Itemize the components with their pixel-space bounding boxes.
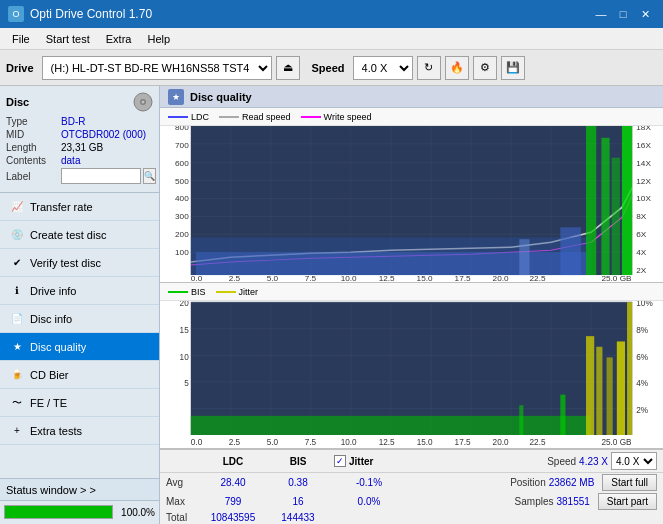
svg-text:600: 600: [175, 159, 189, 168]
svg-text:6%: 6%: [636, 352, 648, 362]
sidebar: Disc Type BD-R MID OTCBDR002 (000) Lengt…: [0, 86, 160, 524]
speed-header-value: 4.23 X: [579, 456, 608, 467]
svg-text:300: 300: [175, 213, 189, 222]
samples-value: 381551: [556, 496, 589, 507]
svg-text:12.5: 12.5: [379, 274, 395, 282]
avg-label: Avg: [166, 477, 198, 488]
fe-te-label: FE / TE: [30, 397, 67, 409]
drive-label: Drive: [6, 62, 34, 74]
speed-header-row: Speed 4.23 X 4.0 X: [547, 452, 657, 470]
svg-text:5: 5: [184, 378, 189, 388]
menu-help[interactable]: Help: [139, 31, 178, 47]
close-button[interactable]: ✕: [635, 4, 655, 24]
sidebar-item-fe-te[interactable]: 〜 FE / TE: [0, 389, 159, 417]
samples-label: Samples: [515, 496, 554, 507]
menu-extra[interactable]: Extra: [98, 31, 140, 47]
speed-stats-select[interactable]: 4.0 X: [611, 452, 657, 470]
svg-rect-24: [601, 138, 609, 275]
disc-title: Disc: [6, 96, 29, 108]
drive-info-icon: ℹ: [10, 284, 24, 298]
ldc-label: LDC: [191, 112, 209, 122]
refresh-button[interactable]: ↻: [417, 56, 441, 80]
length-label: Length: [6, 142, 61, 153]
svg-text:20.0: 20.0: [493, 274, 509, 282]
disc-section: Disc Type BD-R MID OTCBDR002 (000) Lengt…: [0, 86, 159, 193]
sidebar-item-disc-info[interactable]: 📄 Disc info: [0, 305, 159, 333]
read-speed-color: [219, 116, 239, 118]
maximize-button[interactable]: □: [613, 4, 633, 24]
drive-select[interactable]: (H:) HL-DT-ST BD-RE WH16NS58 TST4: [42, 56, 272, 80]
svg-text:25.0 GB: 25.0 GB: [601, 437, 632, 447]
status-window-button[interactable]: Status window > >: [0, 479, 159, 501]
sidebar-item-transfer-rate[interactable]: 📈 Transfer rate: [0, 193, 159, 221]
window-controls: — □ ✕: [591, 4, 655, 24]
svg-text:5.0: 5.0: [267, 437, 279, 447]
stats-total-row: Total 10843595 144433: [160, 511, 663, 524]
sidebar-item-drive-info[interactable]: ℹ Drive info: [0, 277, 159, 305]
ldc-col-header: LDC: [198, 456, 268, 467]
start-part-button[interactable]: Start part: [598, 493, 657, 510]
save-button[interactable]: 💾: [501, 56, 525, 80]
disc-info-label: Disc info: [30, 313, 72, 325]
sidebar-item-cd-bier[interactable]: 🍺 CD Bier: [0, 361, 159, 389]
write-speed-label: Write speed: [324, 112, 372, 122]
position-value: 23862 MB: [549, 477, 595, 488]
burn-button[interactable]: 🔥: [445, 56, 469, 80]
svg-text:2X: 2X: [636, 266, 647, 275]
chart1-legend: LDC Read speed Write speed: [160, 108, 663, 126]
disc-length-row: Length 23,31 GB: [6, 142, 153, 153]
svg-rect-75: [560, 395, 565, 435]
disc-info-icon: 📄: [10, 312, 24, 326]
max-label: Max: [166, 496, 198, 507]
svg-text:17.5: 17.5: [455, 437, 471, 447]
contents-label: Contents: [6, 155, 61, 166]
svg-rect-29: [519, 239, 529, 275]
svg-text:15: 15: [180, 325, 189, 335]
disc-icon: [133, 92, 153, 112]
sidebar-item-extra-tests[interactable]: + Extra tests: [0, 417, 159, 445]
bis-color: [168, 291, 188, 293]
label-label: Label: [6, 171, 61, 182]
svg-text:14X: 14X: [636, 159, 651, 168]
sidebar-item-disc-quality[interactable]: ★ Disc quality: [0, 333, 159, 361]
stats-area: LDC BIS ✓ Jitter Speed 4.23 X 4.0 X: [160, 449, 663, 524]
menu-bar: File Start test Extra Help: [0, 28, 663, 50]
stats-avg-row: Avg 28.40 0.38 -0.1% Position 23862 MB S…: [160, 473, 663, 492]
sidebar-item-verify-test-disc[interactable]: ✔ Verify test disc: [0, 249, 159, 277]
speed-select[interactable]: 4.0 X 1.0 X 2.0 X 6.0 X 8.0 X: [353, 56, 413, 80]
start-full-button[interactable]: Start full: [602, 474, 657, 491]
start-buttons: Start full: [602, 474, 657, 491]
svg-text:22.5: 22.5: [530, 274, 546, 282]
chart2-wrapper: BIS Jitter: [160, 283, 663, 449]
svg-text:15.0: 15.0: [417, 274, 433, 282]
position-row: Position 23862 MB: [510, 477, 594, 488]
settings-button[interactable]: ⚙: [473, 56, 497, 80]
sidebar-item-create-test-disc[interactable]: 💿 Create test disc: [0, 221, 159, 249]
svg-text:15.0: 15.0: [417, 437, 433, 447]
menu-file[interactable]: File: [4, 31, 38, 47]
svg-text:20.0: 20.0: [493, 437, 509, 447]
minimize-button[interactable]: —: [591, 4, 611, 24]
jitter-checkbox[interactable]: ✓: [334, 455, 346, 467]
bis-label: BIS: [191, 287, 206, 297]
ldc-max: 799: [198, 496, 268, 507]
eject-button[interactable]: ⏏: [276, 56, 300, 80]
disc-quality-header: ★ Disc quality: [160, 86, 663, 108]
svg-text:500: 500: [175, 177, 189, 186]
svg-text:7.5: 7.5: [305, 437, 317, 447]
jitter-col-header: Jitter: [349, 456, 373, 467]
disc-contents-row: Contents data: [6, 155, 153, 166]
label-search-button[interactable]: 🔍: [143, 168, 156, 184]
legend-write-speed: Write speed: [301, 112, 372, 122]
menu-start-test[interactable]: Start test: [38, 31, 98, 47]
chart1-wrapper: LDC Read speed Write speed: [160, 108, 663, 283]
svg-text:5.0: 5.0: [267, 274, 279, 282]
jitter-avg: -0.1%: [334, 477, 404, 488]
disc-quality-label: Disc quality: [30, 341, 86, 353]
disc-quality-title: Disc quality: [190, 91, 252, 103]
charts-container: LDC Read speed Write speed: [160, 108, 663, 524]
jitter-legend-label: Jitter: [239, 287, 259, 297]
label-input[interactable]: [61, 168, 141, 184]
svg-text:100: 100: [175, 249, 189, 258]
content-area: ★ Disc quality LDC Read speed: [160, 86, 663, 524]
